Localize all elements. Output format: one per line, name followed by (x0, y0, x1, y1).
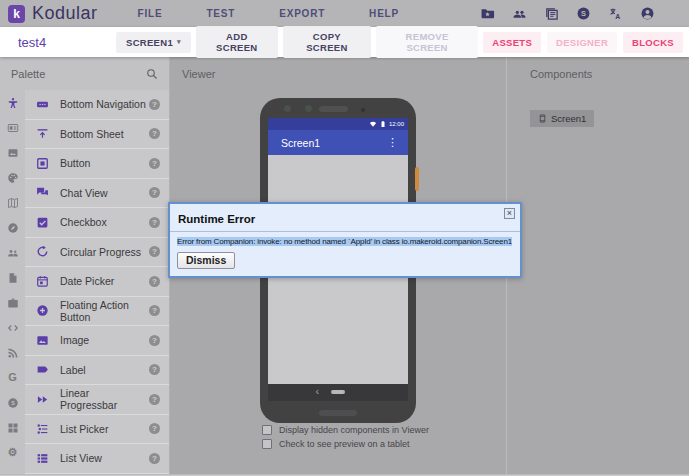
palette-item-image[interactable]: Image ? (25, 326, 169, 356)
image-icon (36, 334, 53, 347)
rss-icon[interactable] (0, 340, 25, 365)
code-icon[interactable] (0, 315, 25, 340)
screen-selector-dropdown[interactable]: SCREEN1 ▾ (116, 32, 191, 53)
component-tree-item-screen1[interactable]: Screen1 (530, 110, 594, 127)
help-icon[interactable]: ? (149, 305, 160, 316)
blocks-button[interactable]: BLOCKS (623, 32, 683, 53)
viewer-title: Viewer (182, 68, 215, 80)
hidden-components-checkbox[interactable] (262, 425, 272, 435)
palette-icon[interactable] (0, 165, 25, 190)
account-circle-icon[interactable] (640, 6, 655, 21)
help-icon[interactable]: ? (149, 364, 160, 375)
svg-text:S: S (11, 400, 15, 406)
dollar-circle-icon[interactable]: S (576, 6, 591, 21)
palette-item-bottom-sheet[interactable]: Bottom Sheet ? (25, 120, 169, 150)
designer-button[interactable]: DESIGNER (547, 32, 617, 53)
menu-help[interactable]: HELP (369, 8, 399, 19)
svg-text:S: S (581, 9, 586, 18)
help-icon[interactable]: ? (149, 187, 160, 198)
people-icon[interactable] (0, 240, 25, 265)
help-icon[interactable]: ? (149, 128, 160, 139)
translate-icon[interactable]: A (608, 6, 623, 21)
palette-item-linear-progressbar[interactable]: Linear Progressbar ? (25, 385, 169, 415)
palette-item-circular-progress[interactable]: Circular Progress ? (25, 238, 169, 268)
kodular-logo-text: Kodular (32, 3, 98, 24)
label-icon (36, 363, 53, 376)
dialog-title: Runtime Error (178, 213, 255, 225)
android-nav-bar: ‹ (268, 384, 408, 401)
briefcase-icon[interactable] (0, 290, 25, 315)
palette-item-bottom-navigation[interactable]: Bottom Navigation ? (25, 90, 169, 120)
grid-icon[interactable] (0, 415, 25, 440)
chat-view-icon (36, 186, 53, 199)
palette-component-list: Bottom Navigation ? Bottom Sheet ? Butto… (25, 90, 169, 474)
media-image-icon[interactable] (0, 140, 25, 165)
map-icon[interactable] (0, 190, 25, 215)
top-bar: k Kodular FILE TEST EXPORT HELP S A (0, 0, 689, 27)
dollar-icon[interactable]: S (0, 390, 25, 415)
circular-progress-icon (36, 245, 53, 258)
battery-icon (379, 120, 387, 128)
menu-export[interactable]: EXPORT (279, 8, 325, 19)
kodular-logo[interactable]: k Kodular (8, 3, 98, 24)
palette-item-list-picker[interactable]: List Picker ? (25, 415, 169, 445)
linear-progressbar-icon (36, 393, 53, 406)
help-icon[interactable]: ? (149, 276, 160, 287)
list-view-icon (36, 452, 53, 465)
tablet-preview-checkbox[interactable] (262, 439, 272, 449)
sensor-dot (361, 108, 365, 112)
palette-panel: Palette G S (0, 57, 170, 474)
palette-item-checkbox[interactable]: Checkbox ? (25, 208, 169, 238)
home-pill (331, 390, 345, 394)
close-icon[interactable]: × (504, 208, 515, 219)
palette-title: Palette (11, 68, 45, 80)
library-copy-icon[interactable] (544, 6, 559, 21)
folder-star-icon[interactable] (480, 6, 495, 21)
overflow-menu-icon[interactable]: ⋮ (387, 137, 398, 148)
palette-item-floating-action-button[interactable]: Floating Action Button ? (25, 297, 169, 327)
status-bar: 12:00 (268, 118, 408, 130)
top-icon-group: S A (480, 6, 655, 21)
help-icon[interactable]: ? (149, 423, 160, 434)
menu-file[interactable]: FILE (138, 8, 163, 19)
friends-icon[interactable] (512, 6, 527, 21)
assets-button[interactable]: ASSETS (483, 32, 541, 53)
menu-test[interactable]: TEST (206, 8, 235, 19)
screen-toolbar: test4 SCREEN1 ▾ ADD SCREEN COPY SCREEN R… (0, 27, 689, 57)
button-icon (36, 157, 53, 170)
search-icon[interactable] (146, 68, 158, 80)
help-icon[interactable]: ? (149, 99, 160, 110)
copy-screen-button[interactable]: COPY SCREEN (283, 26, 371, 58)
dismiss-button[interactable]: Dismiss (177, 252, 235, 269)
bottom-sheet-icon (36, 127, 53, 140)
list-picker-icon (36, 422, 53, 435)
help-icon[interactable]: ? (149, 335, 160, 346)
palette-item-date-picker[interactable]: Date Picker ? (25, 267, 169, 297)
palette-item-label[interactable]: Label ? (25, 356, 169, 386)
compass-icon[interactable] (0, 215, 25, 240)
bottom-navigation-icon (36, 98, 53, 111)
remove-screen-button[interactable]: REMOVE SCREEN (376, 26, 478, 58)
help-icon[interactable]: ? (149, 246, 160, 257)
accessibility-icon[interactable] (0, 90, 25, 115)
chevron-down-icon: ▾ (177, 38, 181, 46)
screen-title: Screen1 (281, 137, 387, 149)
gear-icon[interactable]: ⚙ (0, 440, 25, 465)
hidden-components-row: Display hidden components in Viewer (262, 425, 429, 435)
palette-item-chat-view[interactable]: Chat View ? (25, 179, 169, 209)
earpiece-speaker (319, 106, 348, 112)
google-g-icon[interactable]: G (0, 365, 25, 390)
palette-item-button[interactable]: Button ? (25, 149, 169, 179)
add-screen-button[interactable]: ADD SCREEN (196, 26, 278, 58)
help-icon[interactable]: ? (149, 453, 160, 464)
app-title-bar: Screen1 ⋮ (268, 130, 408, 155)
card-layout-icon[interactable] (0, 115, 25, 140)
kodular-logo-icon: k (8, 5, 25, 23)
palette-item-list-view[interactable]: List View ? (25, 444, 169, 474)
document-icon[interactable] (0, 265, 25, 290)
help-icon[interactable]: ? (149, 217, 160, 228)
help-icon[interactable]: ? (149, 394, 160, 405)
palette-category-strip: G S ⚙ (0, 90, 25, 474)
back-icon: ‹ (316, 385, 320, 397)
help-icon[interactable]: ? (149, 158, 160, 169)
